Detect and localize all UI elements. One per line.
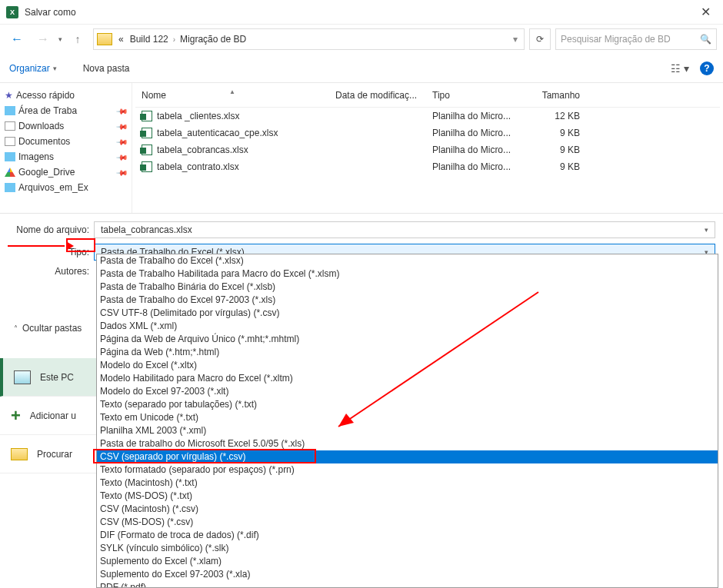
filetype-option[interactable]: Pasta de Trabalho Binária do Excel (*.xl… <box>97 281 718 294</box>
tree-item[interactable]: Downloads📌 <box>2 118 130 134</box>
up-button[interactable]: ↑ <box>67 28 88 50</box>
filetype-option[interactable]: Pasta de Trabalho do Excel (*.xlsx) <box>97 254 718 267</box>
filetype-option[interactable]: SYLK (vínculo simbólico) (*.slk) <box>97 542 718 555</box>
filetype-option[interactable]: Modelo Habilitado para Macro do Excel (*… <box>97 372 718 385</box>
download-icon <box>5 121 15 131</box>
pc-icon <box>14 370 31 384</box>
filetype-option[interactable]: Pasta de Trabalho do Excel 97-2003 (*.xl… <box>97 294 718 307</box>
filetype-option[interactable]: PDF (*.pdf) <box>97 581 718 588</box>
filetype-option[interactable]: CSV (Macintosh) (*.csv) <box>97 503 718 516</box>
nav-tree[interactable]: ★Acesso rápidoÁrea de Traba📌Downloads📌Do… <box>0 83 132 213</box>
breadcrumb-dropdown[interactable]: ▾ <box>510 34 521 45</box>
close-button[interactable]: ✕ <box>694 5 717 19</box>
filetype-option[interactable]: Pasta de Trabalho Habilitada para Macro … <box>97 267 718 281</box>
plus-icon: + <box>11 406 21 426</box>
folder-icon <box>5 183 15 192</box>
type-label: Tipo: <box>11 247 94 257</box>
excel-file-icon <box>142 128 152 138</box>
pin-icon: 📌 <box>116 135 128 148</box>
filetype-option[interactable]: Modelo do Excel (*.xltx) <box>97 359 718 372</box>
authors-label: Autores: <box>11 266 94 277</box>
star-icon: ★ <box>5 90 13 101</box>
filetype-option[interactable]: Planilha XML 2003 (*.xml) <box>97 424 718 437</box>
forward-button[interactable]: → <box>32 28 54 50</box>
back-button[interactable]: ← <box>6 28 28 50</box>
col-name[interactable]: ▲Nome <box>135 90 329 101</box>
pin-icon: 📌 <box>116 120 128 132</box>
filetype-option[interactable]: Texto (separado por tabulações) (*.txt) <box>97 398 718 411</box>
folder-icon <box>5 106 15 115</box>
tree-item[interactable]: Documentos📌 <box>2 134 130 149</box>
image-icon <box>5 152 15 161</box>
file-row[interactable]: tabela_autenticacao_cpe.xlsxPlanilha do … <box>135 125 720 141</box>
folder-icon <box>11 448 28 460</box>
filename-label: Nome do arquivo: <box>11 224 94 235</box>
window-title: Salvar como <box>25 7 694 18</box>
filetype-dropdown[interactable]: Pasta de Trabalho do Excel (*.xlsx)Pasta… <box>96 254 718 588</box>
filetype-option[interactable]: Texto (Macintosh) (*.txt) <box>97 477 718 490</box>
new-folder-button[interactable]: Nova pasta <box>83 63 130 74</box>
browse-item[interactable]: Procurar <box>0 435 96 473</box>
pin-icon: 📌 <box>116 105 128 117</box>
organize-menu[interactable]: Organizar▾ <box>9 63 57 74</box>
filetype-option[interactable]: Texto formatado (separado por espaços) (… <box>97 463 718 477</box>
breadcrumb-part[interactable]: Build 122 <box>127 34 172 45</box>
help-button[interactable]: ? <box>700 61 714 75</box>
folder-icon <box>97 33 112 45</box>
filetype-option[interactable]: Dados XML (*.xml) <box>97 320 718 333</box>
file-row[interactable]: tabela_cobrancas.xlsxPlanilha do Micro..… <box>135 141 720 158</box>
filetype-option[interactable]: Pasta de trabalho do Microsoft Excel 5.0… <box>97 437 718 450</box>
tree-item[interactable]: Área de Traba📌 <box>2 103 130 118</box>
breadcrumb-part[interactable]: Migração de BD <box>177 34 249 45</box>
pin-icon: 📌 <box>116 151 128 163</box>
filetype-option[interactable]: DIF (Formato de troca de dados) (*.dif) <box>97 529 718 542</box>
tree-item[interactable]: ★Acesso rápido <box>2 88 130 103</box>
chevron-up-icon: ˄ <box>14 324 18 333</box>
nav-history-dropdown[interactable]: ▾ <box>58 35 62 43</box>
excel-file-icon <box>142 145 152 155</box>
filetype-option[interactable]: Suplemento do Excel (*.xlam) <box>97 555 718 568</box>
filetype-option[interactable]: Texto em Unicode (*.txt) <box>97 411 718 424</box>
tree-item[interactable]: Imagens📌 <box>2 149 130 164</box>
chevron-down-icon[interactable]: ▾ <box>705 226 708 234</box>
excel-file-icon <box>142 161 152 172</box>
refresh-button[interactable]: ⟳ <box>529 28 551 50</box>
view-mode-button[interactable]: ☷ ▾ <box>671 62 689 75</box>
file-row[interactable]: tabela _clientes.xlsxPlanilha do Micro..… <box>135 108 720 125</box>
file-row[interactable]: tabela_contrato.xlsxPlanilha do Micro...… <box>135 158 720 175</box>
filetype-option[interactable]: Modelo do Excel 97-2003 (*.xlt) <box>97 385 718 398</box>
col-date[interactable]: Data de modificaç... <box>329 90 426 101</box>
filetype-option[interactable]: CSV UTF-8 (Delimitado por vírgulas) (*.c… <box>97 307 718 320</box>
filename-input[interactable]: tabela_cobrancas.xlsx▾ <box>94 221 715 238</box>
filetype-option[interactable]: Suplemento do Excel 97-2003 (*.xla) <box>97 568 718 581</box>
document-icon <box>5 137 15 146</box>
tree-item[interactable]: Google_Drive📌 <box>2 164 130 180</box>
filetype-option[interactable]: CSV (separado por vírgulas) (*.csv) <box>97 450 718 463</box>
search-icon: 🔍 <box>700 34 711 45</box>
filetype-option[interactable]: Texto (MS-DOS) (*.txt) <box>97 490 718 503</box>
excel-file-icon <box>142 111 152 121</box>
add-location-item[interactable]: + Adicionar u <box>0 397 96 435</box>
this-pc-item[interactable]: Este PC <box>0 358 96 397</box>
drive-icon <box>5 168 15 177</box>
filetype-option[interactable]: Página da Web de Arquivo Único (*.mht;*.… <box>97 333 718 346</box>
search-input[interactable]: Pesquisar Migração de BD 🔍 <box>555 28 717 50</box>
col-type[interactable]: Tipo <box>426 90 517 101</box>
breadcrumb[interactable]: « Build 122 › Migração de BD ▾ <box>93 28 525 50</box>
tree-item[interactable]: Arquivos_em_Ex <box>2 180 130 195</box>
excel-icon: X <box>6 6 18 18</box>
filetype-option[interactable]: CSV (MS-DOS) (*.csv) <box>97 516 718 529</box>
col-size[interactable]: Tamanho <box>517 90 586 101</box>
filetype-option[interactable]: Página da Web (*.htm;*.html) <box>97 346 718 359</box>
hide-folders-toggle[interactable]: ˄ Ocultar pastas <box>14 323 82 334</box>
pin-icon: 📌 <box>116 166 128 178</box>
